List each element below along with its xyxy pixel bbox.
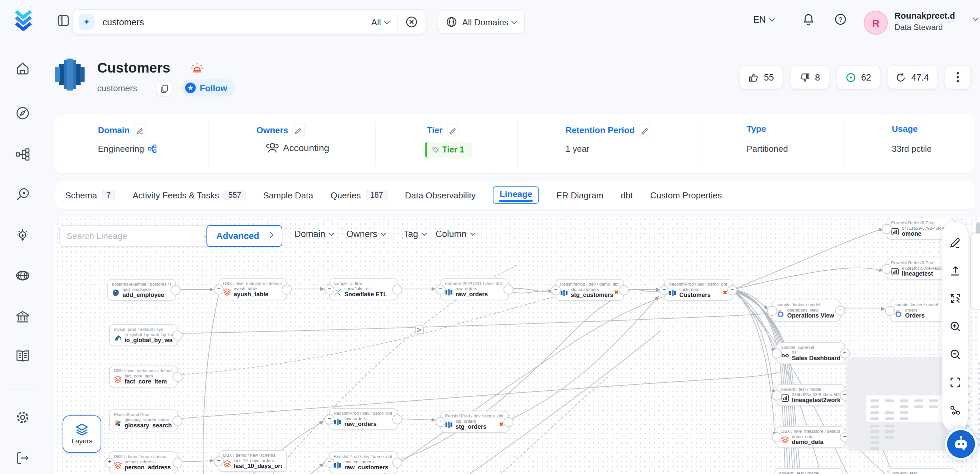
lineage-node-raw_customers[interactable]: RedshiftProd / dev / demo_dbt_jaffle raw… xyxy=(329,451,398,473)
lineage-node-ayush_table[interactable]: DBX / hive_metastore / default ayush_tab… xyxy=(218,278,287,300)
tab-sample-data[interactable]: Sample Data xyxy=(263,190,313,200)
sparkle-icon[interactable]: ✦ xyxy=(79,14,95,30)
filter-tag[interactable]: Tag xyxy=(404,229,426,239)
lineage-node-person_address[interactable]: DBX / demo / new_schema person_address p… xyxy=(109,451,178,473)
language-selector[interactable]: EN xyxy=(753,14,774,25)
lineage-node-last_10_days_orders[interactable]: DBX / demo / new_schema last_10_days_ord… xyxy=(218,450,287,472)
domain-value[interactable]: Engineering xyxy=(98,144,157,154)
left-minus-handle[interactable]: − xyxy=(551,285,561,295)
lineage-node-fact_core_item[interactable]: DBX / hive_metastore / default fact_core… xyxy=(109,366,178,387)
fit-view-icon[interactable] xyxy=(949,377,961,388)
lineage-share-icon[interactable] xyxy=(949,405,961,417)
lineage-node-demo_data[interactable]: DBX / hive_metastore / default demo_data… xyxy=(776,426,845,448)
search-scope-dropdown[interactable]: All xyxy=(371,17,389,27)
lineage-node-powerbi_test_model_cut[interactable]: powerbi_test / model xyxy=(775,468,843,474)
tab-er-diagram[interactable]: ER Diagram xyxy=(557,190,604,200)
right-handle[interactable] xyxy=(392,457,402,467)
lineage-node-customers[interactable]: RedshiftProd / dev / demo_dbt_jaffle cus… xyxy=(664,279,733,301)
tab-dbt[interactable]: dbt xyxy=(621,190,633,200)
scrollbar-thumb[interactable] xyxy=(976,222,980,234)
filter-domain[interactable]: Domain xyxy=(294,229,333,239)
left-minus-handle[interactable]: − xyxy=(214,456,224,466)
edit-icon[interactable] xyxy=(292,124,305,137)
left-handle[interactable] xyxy=(772,432,782,442)
edit-pencil-icon[interactable] xyxy=(949,237,961,248)
global-search-bar[interactable]: ✦ customers All xyxy=(72,9,426,35)
right-handle[interactable] xyxy=(172,415,183,425)
alarm-icon[interactable] xyxy=(191,61,204,75)
domain-label[interactable]: Domain xyxy=(98,124,146,137)
left-minus-handle[interactable]: − xyxy=(325,284,334,294)
glossary-book-icon[interactable] xyxy=(15,349,30,364)
lineage-node-stg_orders[interactable]: RedshiftProd / dev / demo_dbt_jaffle stg… xyxy=(440,411,509,433)
chatbot-button[interactable] xyxy=(947,430,975,458)
left-minus-handle[interactable]: − xyxy=(436,284,445,294)
right-handle[interactable] xyxy=(392,284,402,294)
right-handle[interactable] xyxy=(282,284,292,294)
tier-label[interactable]: Tier xyxy=(427,124,459,137)
right-handle[interactable] xyxy=(172,371,183,382)
settings-gear-icon[interactable] xyxy=(15,410,30,425)
app-logo[interactable] xyxy=(13,9,33,30)
follow-button[interactable]: ★ Follow xyxy=(181,79,235,97)
kebab-menu-button[interactable] xyxy=(944,65,971,89)
lineage-minimap[interactable] xyxy=(846,357,947,451)
tab-data-observability[interactable]: Data Observability xyxy=(405,190,476,200)
retention-label[interactable]: Retention Period xyxy=(565,124,651,137)
left-handle[interactable] xyxy=(882,224,892,234)
tab-lineage[interactable]: Lineage xyxy=(493,186,539,204)
right-plus-handle[interactable]: + xyxy=(840,348,850,358)
pipeline-edge-icon[interactable] xyxy=(415,326,423,334)
edit-icon[interactable] xyxy=(134,124,146,137)
tab-activity-feeds[interactable]: Activity Feeds & Tasks557 xyxy=(132,190,246,200)
bell-icon[interactable] xyxy=(802,13,815,26)
left-plus-handle[interactable]: + xyxy=(105,457,115,467)
lineage-node-sales_dashboard[interactable]: sample_superset 31 Sales Dashboard + xyxy=(776,342,845,364)
help-icon[interactable]: ? xyxy=(834,13,846,25)
left-minus-handle[interactable]: − xyxy=(659,285,669,295)
search-input[interactable]: customers xyxy=(103,17,371,27)
downvote-button[interactable]: 8 xyxy=(790,65,830,89)
left-handle[interactable] xyxy=(767,305,777,316)
upvote-button[interactable]: 55 xyxy=(739,65,783,89)
right-minus-handle[interactable]: − xyxy=(835,305,845,316)
lineage-node-raw_orders_top[interactable]: red-pere-20241211 / dev / dbt_jaffle raw… xyxy=(440,278,509,300)
domains-globe-icon[interactable] xyxy=(15,268,30,283)
home-icon[interactable] xyxy=(15,61,30,76)
observability-search-icon[interactable] xyxy=(15,187,30,202)
logout-icon[interactable] xyxy=(15,451,30,465)
explore-compass-icon[interactable] xyxy=(15,106,30,121)
govern-bank-icon[interactable] xyxy=(15,310,30,324)
edit-icon[interactable] xyxy=(447,124,459,137)
zoom-in-icon[interactable] xyxy=(949,321,961,332)
right-minus-handle[interactable]: − xyxy=(727,285,737,295)
lineage-node-powerbi_test_cut[interactable]: powerbi_test xyxy=(888,468,956,474)
right-handle[interactable] xyxy=(503,417,514,427)
expand-icon[interactable] xyxy=(949,293,961,304)
sidebar-toggle-icon[interactable] xyxy=(57,14,69,27)
filter-owners[interactable]: Owners xyxy=(346,229,385,239)
advanced-search-button[interactable]: Advanced xyxy=(207,225,282,247)
score-button[interactable]: 47.4 xyxy=(887,65,938,89)
left-handle[interactable] xyxy=(772,348,782,358)
filter-column[interactable]: Column xyxy=(436,229,474,239)
lineage-node-operations_view[interactable]: sample_looker / model operations_view Op… xyxy=(772,300,840,321)
right-handle[interactable] xyxy=(172,330,183,340)
insights-bulb-icon[interactable] xyxy=(15,228,30,243)
left-minus-handle[interactable]: − xyxy=(436,417,445,427)
profile-chevron-icon[interactable] xyxy=(973,15,978,21)
tab-queries[interactable]: Queries187 xyxy=(331,190,388,200)
right-handle[interactable] xyxy=(503,284,514,294)
zoom-out-icon[interactable] xyxy=(949,349,961,360)
owners-value[interactable]: Accounting xyxy=(266,141,329,154)
views-button[interactable]: 62 xyxy=(837,65,880,89)
avatar[interactable]: R xyxy=(864,11,888,35)
right-handle[interactable] xyxy=(619,285,629,295)
right-handle[interactable] xyxy=(392,414,402,424)
copy-icon[interactable] xyxy=(156,81,172,97)
tab-schema[interactable]: Schema7 xyxy=(65,190,115,200)
clear-circle-icon[interactable] xyxy=(406,16,418,28)
lineage-node-raw_orders[interactable]: RedshiftProd / dev / demo_dbt_jaffle raw… xyxy=(329,408,398,430)
left-handle[interactable] xyxy=(772,390,782,400)
lineage-node-glossary_search_index[interactable]: ElasticSearchProd glossary_search_index … xyxy=(109,409,178,431)
